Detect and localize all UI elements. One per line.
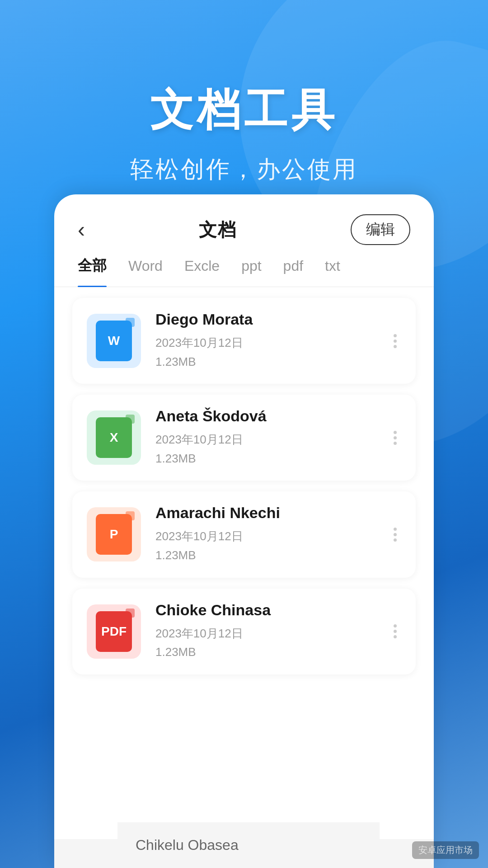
more-dot bbox=[394, 533, 397, 536]
more-dot bbox=[394, 334, 397, 337]
ppt-icon: P bbox=[96, 514, 132, 555]
pdf-icon-label: PDF bbox=[101, 624, 127, 639]
more-button-3[interactable] bbox=[389, 523, 401, 546]
hero-title: 文档工具 bbox=[0, 81, 488, 140]
more-button-1[interactable] bbox=[389, 330, 401, 353]
file-size-2: 1.23MB bbox=[155, 452, 196, 465]
file-name-3: Amarachi Nkechi bbox=[155, 504, 389, 522]
file-size-4: 1.23MB bbox=[155, 645, 196, 659]
word-icon-label: W bbox=[108, 334, 120, 348]
file-date-1: 2023年10月12日 bbox=[155, 336, 243, 349]
file-name-2: Aneta Škodová bbox=[155, 407, 389, 425]
file-meta-4: 2023年10月12日 1.23MB bbox=[155, 624, 389, 662]
more-dot bbox=[394, 340, 397, 343]
file-date-3: 2023年10月12日 bbox=[155, 529, 243, 543]
edit-button[interactable]: 编辑 bbox=[351, 214, 410, 245]
file-icon-wrap-3: P bbox=[87, 507, 141, 561]
word-icon: W bbox=[96, 321, 132, 361]
tab-word[interactable]: Word bbox=[128, 258, 163, 285]
back-button[interactable]: ‹ bbox=[78, 219, 85, 241]
more-dot bbox=[394, 345, 397, 348]
file-item-4[interactable]: PDF Chioke Chinasa 2023年10月12日 1.23MB bbox=[72, 589, 416, 675]
bottom-preview: Chikelu Obasea bbox=[54, 839, 434, 868]
file-size-1: 1.23MB bbox=[155, 355, 196, 368]
file-info-2: Aneta Škodová 2023年10月12日 1.23MB bbox=[155, 407, 389, 468]
card-title: 文档 bbox=[199, 217, 237, 242]
file-meta-1: 2023年10月12日 1.23MB bbox=[155, 334, 389, 371]
tab-ppt[interactable]: ppt bbox=[241, 258, 261, 285]
file-date-4: 2023年10月12日 bbox=[155, 627, 243, 640]
file-icon-wrap-2: X bbox=[87, 410, 141, 465]
card-header: ‹ 文档 编辑 bbox=[54, 194, 434, 256]
file-item-3[interactable]: P Amarachi Nkechi 2023年10月12日 1.23MB bbox=[72, 491, 416, 577]
excel-icon-label: X bbox=[110, 430, 118, 445]
file-meta-2: 2023年10月12日 1.23MB bbox=[155, 430, 389, 468]
tab-txt[interactable]: txt bbox=[325, 258, 340, 285]
more-dot bbox=[394, 624, 397, 627]
more-dot bbox=[394, 635, 397, 638]
file-item-1[interactable]: W Diego Morata 2023年10月12日 1.23MB bbox=[72, 298, 416, 384]
file-size-3: 1.23MB bbox=[155, 548, 196, 562]
more-dot bbox=[394, 528, 397, 531]
ppt-icon-label: P bbox=[110, 527, 118, 542]
watermark: 安卓应用市场 bbox=[412, 841, 479, 859]
more-dot bbox=[394, 630, 397, 633]
file-icon-wrap-1: W bbox=[87, 314, 141, 368]
file-item-2[interactable]: X Aneta Škodová 2023年10月12日 1.23MB bbox=[72, 395, 416, 481]
file-name-4: Chioke Chinasa bbox=[155, 601, 389, 619]
file-icon-wrap-4: PDF bbox=[87, 604, 141, 659]
file-list: W Diego Morata 2023年10月12日 1.23MB bbox=[54, 287, 434, 868]
tab-pdf[interactable]: pdf bbox=[283, 258, 303, 285]
excel-icon: X bbox=[96, 417, 132, 458]
page-root: 文档工具 轻松创作，办公使用 ‹ 文档 编辑 全部 Word Excle ppt… bbox=[0, 0, 488, 868]
more-button-2[interactable] bbox=[389, 426, 401, 449]
file-info-1: Diego Morata 2023年10月12日 1.23MB bbox=[155, 311, 389, 371]
tabs-bar: 全部 Word Excle ppt pdf txt bbox=[54, 256, 434, 287]
card-panel: ‹ 文档 编辑 全部 Word Excle ppt pdf txt W bbox=[54, 194, 434, 868]
bottom-file-name: Chikelu Obasea bbox=[117, 822, 380, 868]
tab-all[interactable]: 全部 bbox=[78, 256, 107, 287]
file-meta-3: 2023年10月12日 1.23MB bbox=[155, 527, 389, 565]
file-info-4: Chioke Chinasa 2023年10月12日 1.23MB bbox=[155, 601, 389, 662]
more-dot bbox=[394, 436, 397, 439]
hero-section: 文档工具 轻松创作，办公使用 bbox=[0, 0, 488, 222]
file-info-3: Amarachi Nkechi 2023年10月12日 1.23MB bbox=[155, 504, 389, 565]
pdf-icon: PDF bbox=[96, 611, 132, 652]
more-dot bbox=[394, 431, 397, 434]
file-date-2: 2023年10月12日 bbox=[155, 433, 243, 446]
tab-excle[interactable]: Excle bbox=[184, 258, 220, 285]
more-button-4[interactable] bbox=[389, 620, 401, 643]
hero-subtitle: 轻松创作，办公使用 bbox=[0, 154, 488, 185]
file-name-1: Diego Morata bbox=[155, 311, 389, 328]
more-dot bbox=[394, 442, 397, 445]
more-dot bbox=[394, 538, 397, 542]
